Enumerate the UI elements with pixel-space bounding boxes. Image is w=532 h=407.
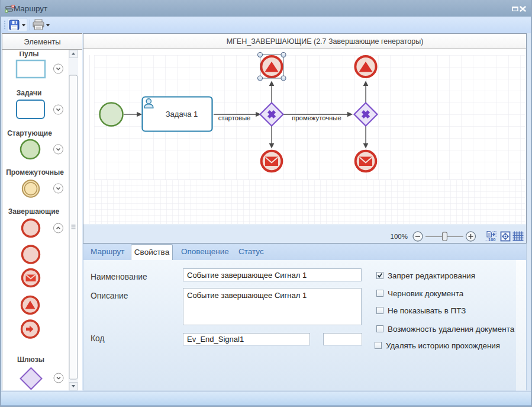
- svg-text:Задача 1: Задача 1: [166, 110, 198, 118]
- svg-text:Задачи: Задачи: [17, 89, 42, 97]
- svg-text:Шлюзы: Шлюзы: [17, 355, 44, 364]
- svg-text:100: 100: [488, 237, 496, 242]
- svg-text:промежуточные: промежуточные: [292, 114, 341, 121]
- svg-text:100%: 100%: [391, 233, 408, 240]
- svg-text:стартовые: стартовые: [218, 114, 251, 121]
- svg-text:Завершающие: Завершающие: [8, 207, 60, 216]
- svg-text:Промежуточные: Промежуточные: [6, 168, 64, 177]
- svg-text:Стартующие: Стартующие: [7, 129, 52, 137]
